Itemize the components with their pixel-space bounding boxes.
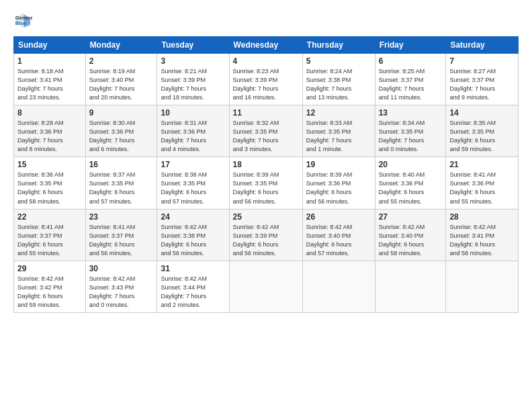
day-number: 6 xyxy=(379,56,443,66)
day-info: Sunrise: 8:41 AMSunset: 3:36 PMDaylight:… xyxy=(449,171,515,205)
day-number: 24 xyxy=(161,212,225,222)
calendar-cell: 10 Sunrise: 8:31 AMSunset: 3:36 PMDaylig… xyxy=(157,105,229,157)
calendar-cell: 11 Sunrise: 8:32 AMSunset: 3:35 PMDaylig… xyxy=(229,105,302,157)
calendar-week-5: 29 Sunrise: 8:42 AMSunset: 3:42 PMDaylig… xyxy=(14,261,519,312)
calendar-cell: 7 Sunrise: 8:27 AMSunset: 3:37 PMDayligh… xyxy=(446,54,519,105)
calendar-cell: 12 Sunrise: 8:33 AMSunset: 3:35 PMDaylig… xyxy=(302,105,375,157)
day-info: Sunrise: 8:30 AMSunset: 3:36 PMDaylight:… xyxy=(89,119,154,154)
day-info: Sunrise: 8:31 AMSunset: 3:36 PMDaylight:… xyxy=(161,119,225,154)
calendar-cell: 30 Sunrise: 8:42 AMSunset: 3:43 PMDaylig… xyxy=(85,261,157,312)
calendar-header-row: SundayMondayTuesdayWednesdayThursdayFrid… xyxy=(14,37,519,54)
day-info: Sunrise: 8:18 AMSunset: 3:41 PMDaylight:… xyxy=(17,67,82,102)
day-info: Sunrise: 8:40 AMSunset: 3:36 PMDaylight:… xyxy=(379,171,443,205)
day-number: 13 xyxy=(379,108,443,118)
day-number: 18 xyxy=(233,160,299,169)
day-number: 3 xyxy=(161,56,225,66)
calendar-cell: 13 Sunrise: 8:34 AMSunset: 3:35 PMDaylig… xyxy=(375,105,446,157)
day-info: Sunrise: 8:28 AMSunset: 3:36 PMDaylight:… xyxy=(17,119,82,154)
calendar-cell: 20 Sunrise: 8:40 AMSunset: 3:36 PMDaylig… xyxy=(375,157,446,209)
day-number: 2 xyxy=(89,56,154,66)
day-number: 14 xyxy=(449,108,515,118)
day-info: Sunrise: 8:35 AMSunset: 3:35 PMDaylight:… xyxy=(449,119,515,154)
day-info: Sunrise: 8:34 AMSunset: 3:35 PMDaylight:… xyxy=(379,119,443,154)
day-info: Sunrise: 8:42 AMSunset: 3:40 PMDaylight:… xyxy=(306,223,371,258)
day-info: Sunrise: 8:42 AMSunset: 3:38 PMDaylight:… xyxy=(161,223,225,258)
day-number: 10 xyxy=(161,108,225,118)
day-number: 11 xyxy=(233,108,299,118)
calendar-cell: 15 Sunrise: 8:36 AMSunset: 3:35 PMDaylig… xyxy=(14,157,86,209)
svg-text:Blue: Blue xyxy=(15,20,27,26)
calendar-week-1: 1 Sunrise: 8:18 AMSunset: 3:41 PMDayligh… xyxy=(14,54,519,105)
logo: General Blue xyxy=(13,11,35,30)
header-friday: Friday xyxy=(375,37,446,54)
day-number: 4 xyxy=(233,56,299,66)
calendar-cell: 21 Sunrise: 8:41 AMSunset: 3:36 PMDaylig… xyxy=(446,157,519,209)
calendar-cell xyxy=(229,261,302,312)
day-info: Sunrise: 8:38 AMSunset: 3:35 PMDaylight:… xyxy=(161,171,225,205)
calendar-cell: 22 Sunrise: 8:41 AMSunset: 3:37 PMDaylig… xyxy=(14,209,86,261)
day-info: Sunrise: 8:42 AMSunset: 3:44 PMDaylight:… xyxy=(161,275,225,310)
calendar-cell: 1 Sunrise: 8:18 AMSunset: 3:41 PMDayligh… xyxy=(14,54,86,105)
calendar-cell: 2 Sunrise: 8:19 AMSunset: 3:40 PMDayligh… xyxy=(85,54,157,105)
calendar-cell: 14 Sunrise: 8:35 AMSunset: 3:35 PMDaylig… xyxy=(446,105,519,157)
day-info: Sunrise: 8:42 AMSunset: 3:41 PMDaylight:… xyxy=(449,223,515,258)
header-thursday: Thursday xyxy=(302,37,375,54)
day-number: 28 xyxy=(449,212,515,222)
day-number: 23 xyxy=(89,212,154,222)
day-number: 12 xyxy=(306,108,371,118)
calendar-cell: 4 Sunrise: 8:23 AMSunset: 3:39 PMDayligh… xyxy=(229,54,302,105)
header-monday: Monday xyxy=(85,37,157,54)
day-number: 29 xyxy=(17,264,82,273)
day-number: 26 xyxy=(306,212,371,222)
day-number: 17 xyxy=(161,160,225,169)
calendar-week-3: 15 Sunrise: 8:36 AMSunset: 3:35 PMDaylig… xyxy=(14,157,519,209)
day-info: Sunrise: 8:42 AMSunset: 3:40 PMDaylight:… xyxy=(379,223,443,258)
day-number: 1 xyxy=(17,56,82,66)
day-info: Sunrise: 8:42 AMSunset: 3:39 PMDaylight:… xyxy=(233,223,299,258)
day-number: 20 xyxy=(379,160,443,169)
calendar-cell xyxy=(375,261,446,312)
day-number: 8 xyxy=(17,108,82,118)
header-saturday: Saturday xyxy=(446,37,519,54)
day-info: Sunrise: 8:36 AMSunset: 3:35 PMDaylight:… xyxy=(17,171,82,205)
calendar-cell: 5 Sunrise: 8:24 AMSunset: 3:38 PMDayligh… xyxy=(302,54,375,105)
day-number: 5 xyxy=(306,56,371,66)
day-number: 9 xyxy=(89,108,154,118)
day-info: Sunrise: 8:41 AMSunset: 3:37 PMDaylight:… xyxy=(17,223,82,258)
page: General Blue SundayMondayTuesdayWednesda… xyxy=(0,0,532,411)
calendar-cell: 16 Sunrise: 8:37 AMSunset: 3:35 PMDaylig… xyxy=(85,157,157,209)
day-info: Sunrise: 8:42 AMSunset: 3:42 PMDaylight:… xyxy=(17,275,82,310)
calendar-cell: 31 Sunrise: 8:42 AMSunset: 3:44 PMDaylig… xyxy=(157,261,229,312)
day-number: 21 xyxy=(449,160,515,169)
calendar-cell xyxy=(302,261,375,312)
calendar-cell xyxy=(446,261,519,312)
calendar-cell: 8 Sunrise: 8:28 AMSunset: 3:36 PMDayligh… xyxy=(14,105,86,157)
day-info: Sunrise: 8:33 AMSunset: 3:35 PMDaylight:… xyxy=(306,119,371,154)
day-info: Sunrise: 8:42 AMSunset: 3:43 PMDaylight:… xyxy=(89,275,154,310)
calendar-cell: 19 Sunrise: 8:39 AMSunset: 3:36 PMDaylig… xyxy=(302,157,375,209)
day-number: 7 xyxy=(449,56,515,66)
day-info: Sunrise: 8:25 AMSunset: 3:37 PMDaylight:… xyxy=(379,67,443,102)
day-number: 15 xyxy=(17,160,82,169)
logo-icon: General Blue xyxy=(13,11,32,30)
day-number: 30 xyxy=(89,264,154,273)
day-info: Sunrise: 8:23 AMSunset: 3:39 PMDaylight:… xyxy=(233,67,299,102)
calendar-week-2: 8 Sunrise: 8:28 AMSunset: 3:36 PMDayligh… xyxy=(14,105,519,157)
calendar-cell: 6 Sunrise: 8:25 AMSunset: 3:37 PMDayligh… xyxy=(375,54,446,105)
calendar-cell: 26 Sunrise: 8:42 AMSunset: 3:40 PMDaylig… xyxy=(302,209,375,261)
calendar-cell: 23 Sunrise: 8:41 AMSunset: 3:37 PMDaylig… xyxy=(85,209,157,261)
day-info: Sunrise: 8:37 AMSunset: 3:35 PMDaylight:… xyxy=(89,171,154,205)
day-number: 27 xyxy=(379,212,443,222)
day-number: 19 xyxy=(306,160,371,169)
calendar-cell: 29 Sunrise: 8:42 AMSunset: 3:42 PMDaylig… xyxy=(14,261,86,312)
header-tuesday: Tuesday xyxy=(157,37,229,54)
day-number: 22 xyxy=(17,212,82,222)
day-number: 25 xyxy=(233,212,299,222)
day-info: Sunrise: 8:19 AMSunset: 3:40 PMDaylight:… xyxy=(89,67,154,102)
calendar-cell: 24 Sunrise: 8:42 AMSunset: 3:38 PMDaylig… xyxy=(157,209,229,261)
day-info: Sunrise: 8:32 AMSunset: 3:35 PMDaylight:… xyxy=(233,119,299,154)
calendar-cell: 3 Sunrise: 8:21 AMSunset: 3:39 PMDayligh… xyxy=(157,54,229,105)
header-sunday: Sunday xyxy=(14,37,86,54)
header: General Blue xyxy=(13,11,519,30)
day-number: 31 xyxy=(161,264,225,273)
